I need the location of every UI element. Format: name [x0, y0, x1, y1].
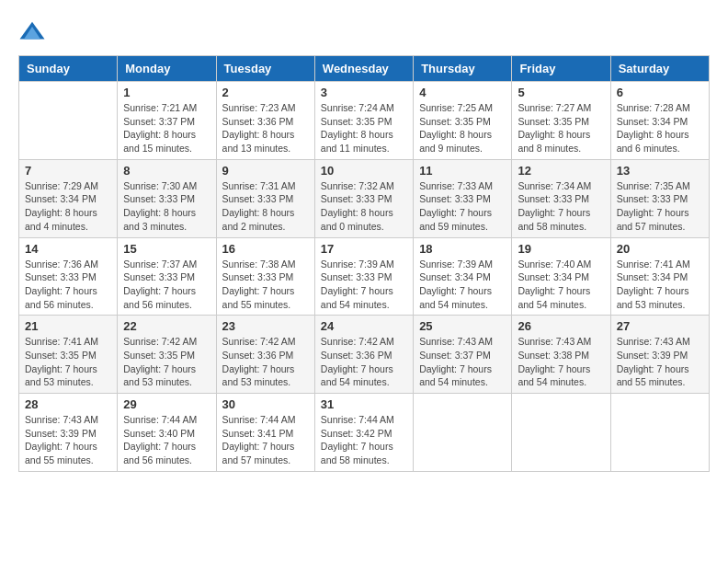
page-header — [18, 18, 710, 46]
sunrise-text: Sunrise: 7:38 AM — [222, 258, 309, 271]
day-number: 3 — [321, 86, 407, 99]
sunrise-text: Sunrise: 7:25 AM — [419, 101, 506, 115]
sunset-text: Sunset: 3:35 PM — [518, 115, 604, 129]
day-number: 25 — [419, 319, 506, 333]
sunset-text: Sunset: 3:35 PM — [321, 115, 407, 129]
sunrise-text: Sunrise: 7:39 AM — [321, 258, 407, 271]
sunrise-text: Sunrise: 7:28 AM — [617, 101, 703, 115]
sunrise-text: Sunrise: 7:21 AM — [123, 101, 210, 115]
daylight-text: Daylight: 7 hours and 56 minutes. — [123, 440, 210, 466]
sunrise-text: Sunrise: 7:39 AM — [419, 258, 506, 271]
column-header-saturday: Saturday — [610, 56, 709, 82]
day-info: Sunrise: 7:42 AMSunset: 3:35 PMDaylight:… — [123, 335, 210, 389]
day-number: 1 — [123, 86, 210, 99]
sunrise-text: Sunrise: 7:30 AM — [123, 179, 210, 193]
sunset-text: Sunset: 3:42 PM — [321, 427, 407, 441]
calendar-cell — [512, 394, 610, 472]
calendar-week-row: 28Sunrise: 7:43 AMSunset: 3:39 PMDayligh… — [19, 394, 710, 472]
day-info: Sunrise: 7:42 AMSunset: 3:36 PMDaylight:… — [222, 335, 309, 389]
daylight-text: Daylight: 8 hours and 3 minutes. — [123, 206, 210, 233]
sunrise-text: Sunrise: 7:43 AM — [518, 335, 604, 349]
calendar-cell: 27Sunrise: 7:43 AMSunset: 3:39 PMDayligh… — [610, 316, 709, 394]
sunrise-text: Sunrise: 7:44 AM — [222, 413, 309, 427]
calendar-week-row: 21Sunrise: 7:41 AMSunset: 3:35 PMDayligh… — [19, 316, 710, 394]
sunset-text: Sunset: 3:38 PM — [518, 349, 604, 362]
sunrise-text: Sunrise: 7:29 AM — [25, 179, 111, 193]
daylight-text: Daylight: 7 hours and 53 minutes. — [25, 362, 111, 389]
day-number: 17 — [321, 242, 407, 256]
sunrise-text: Sunrise: 7:27 AM — [518, 101, 604, 115]
day-number: 8 — [123, 164, 210, 178]
sunrise-text: Sunrise: 7:42 AM — [123, 335, 210, 349]
daylight-text: Daylight: 7 hours and 56 minutes. — [25, 284, 111, 311]
sunset-text: Sunset: 3:41 PM — [222, 427, 309, 441]
calendar-week-row: 7Sunrise: 7:29 AMSunset: 3:34 PMDaylight… — [19, 159, 710, 237]
sunset-text: Sunset: 3:33 PM — [222, 192, 309, 206]
sunset-text: Sunset: 3:33 PM — [617, 192, 703, 206]
day-info: Sunrise: 7:39 AMSunset: 3:34 PMDaylight:… — [419, 258, 506, 312]
day-number: 19 — [518, 242, 604, 256]
calendar-cell: 1Sunrise: 7:21 AMSunset: 3:37 PMDaylight… — [118, 82, 216, 160]
sunset-text: Sunset: 3:33 PM — [321, 192, 407, 206]
day-number: 26 — [518, 319, 604, 333]
day-number: 9 — [222, 164, 309, 178]
day-info: Sunrise: 7:41 AMSunset: 3:35 PMDaylight:… — [25, 335, 111, 389]
day-info: Sunrise: 7:24 AMSunset: 3:35 PMDaylight:… — [321, 101, 407, 155]
day-info: Sunrise: 7:43 AMSunset: 3:38 PMDaylight:… — [518, 335, 604, 389]
day-info: Sunrise: 7:32 AMSunset: 3:33 PMDaylight:… — [321, 179, 407, 234]
calendar-cell — [19, 82, 118, 160]
day-info: Sunrise: 7:44 AMSunset: 3:42 PMDaylight:… — [321, 413, 407, 467]
day-info: Sunrise: 7:37 AMSunset: 3:33 PMDaylight:… — [123, 258, 210, 312]
daylight-text: Daylight: 7 hours and 57 minutes. — [222, 440, 309, 466]
column-header-friday: Friday — [512, 56, 610, 82]
daylight-text: Daylight: 8 hours and 13 minutes. — [222, 128, 309, 155]
sunset-text: Sunset: 3:36 PM — [222, 349, 309, 362]
calendar-cell: 10Sunrise: 7:32 AMSunset: 3:33 PMDayligh… — [314, 159, 413, 237]
sunrise-text: Sunrise: 7:43 AM — [419, 335, 506, 349]
sunset-text: Sunset: 3:39 PM — [617, 349, 703, 362]
sunset-text: Sunset: 3:37 PM — [123, 115, 210, 129]
logo-icon — [18, 18, 46, 46]
sunset-text: Sunset: 3:37 PM — [419, 349, 506, 362]
sunset-text: Sunset: 3:36 PM — [222, 115, 309, 129]
calendar-cell: 29Sunrise: 7:44 AMSunset: 3:40 PMDayligh… — [118, 394, 216, 472]
sunset-text: Sunset: 3:33 PM — [123, 192, 210, 206]
calendar: SundayMondayTuesdayWednesdayThursdayFrid… — [18, 55, 710, 472]
calendar-cell — [414, 394, 512, 472]
daylight-text: Daylight: 7 hours and 56 minutes. — [123, 284, 210, 311]
calendar-cell: 12Sunrise: 7:34 AMSunset: 3:33 PMDayligh… — [512, 159, 610, 237]
calendar-cell: 18Sunrise: 7:39 AMSunset: 3:34 PMDayligh… — [414, 237, 512, 316]
day-number: 31 — [321, 397, 407, 411]
calendar-cell: 2Sunrise: 7:23 AMSunset: 3:36 PMDaylight… — [216, 82, 314, 160]
calendar-cell: 20Sunrise: 7:41 AMSunset: 3:34 PMDayligh… — [610, 237, 709, 316]
daylight-text: Daylight: 7 hours and 54 minutes. — [419, 284, 506, 311]
sunset-text: Sunset: 3:34 PM — [617, 115, 703, 129]
day-info: Sunrise: 7:35 AMSunset: 3:33 PMDaylight:… — [617, 179, 703, 234]
day-info: Sunrise: 7:43 AMSunset: 3:39 PMDaylight:… — [25, 413, 111, 467]
day-info: Sunrise: 7:43 AMSunset: 3:39 PMDaylight:… — [617, 335, 703, 389]
day-info: Sunrise: 7:28 AMSunset: 3:34 PMDaylight:… — [617, 101, 703, 155]
day-info: Sunrise: 7:34 AMSunset: 3:33 PMDaylight:… — [518, 179, 604, 234]
day-info: Sunrise: 7:23 AMSunset: 3:36 PMDaylight:… — [222, 101, 309, 155]
sunrise-text: Sunrise: 7:44 AM — [321, 413, 407, 427]
calendar-cell: 3Sunrise: 7:24 AMSunset: 3:35 PMDaylight… — [314, 82, 413, 160]
day-number: 13 — [617, 164, 703, 178]
sunrise-text: Sunrise: 7:41 AM — [617, 258, 703, 271]
day-number: 29 — [123, 397, 210, 411]
day-number: 12 — [518, 164, 604, 178]
sunrise-text: Sunrise: 7:43 AM — [617, 335, 703, 349]
calendar-cell: 6Sunrise: 7:28 AMSunset: 3:34 PMDaylight… — [610, 82, 709, 160]
daylight-text: Daylight: 7 hours and 54 minutes. — [518, 284, 604, 311]
column-header-tuesday: Tuesday — [216, 56, 314, 82]
day-number: 28 — [25, 397, 111, 411]
day-number: 15 — [123, 242, 210, 256]
daylight-text: Daylight: 7 hours and 53 minutes. — [222, 362, 309, 389]
daylight-text: Daylight: 8 hours and 6 minutes. — [617, 128, 703, 155]
day-number: 11 — [419, 164, 506, 178]
daylight-text: Daylight: 8 hours and 9 minutes. — [419, 128, 506, 155]
daylight-text: Daylight: 8 hours and 4 minutes. — [25, 206, 111, 233]
sunset-text: Sunset: 3:33 PM — [222, 270, 309, 284]
day-info: Sunrise: 7:38 AMSunset: 3:33 PMDaylight:… — [222, 258, 309, 312]
daylight-text: Daylight: 8 hours and 2 minutes. — [222, 206, 309, 233]
daylight-text: Daylight: 7 hours and 55 minutes. — [617, 362, 703, 389]
